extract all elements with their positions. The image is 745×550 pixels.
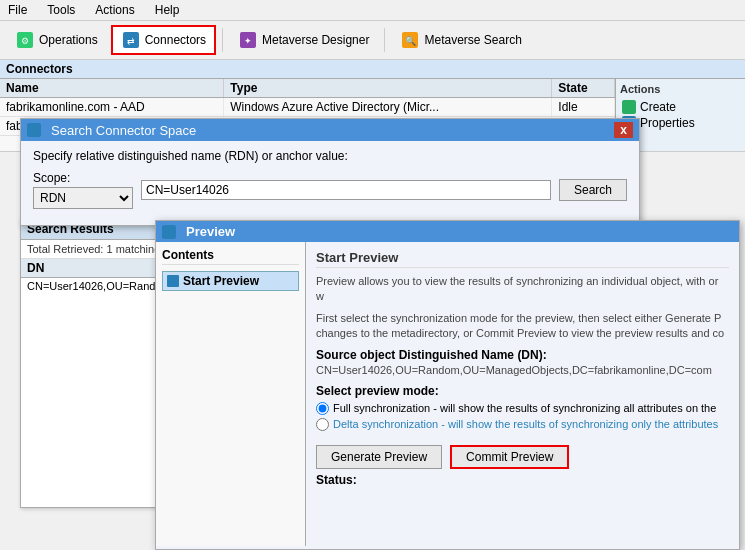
search-dialog-titlebar: Search Connector Space x (21, 119, 639, 141)
preview-contents-header: Contents (162, 248, 299, 265)
metaverse-search-label: Metaverse Search (424, 33, 521, 47)
operations-icon: ⚙ (15, 30, 35, 50)
create-button[interactable]: Create (620, 99, 741, 115)
dn-column-header: DN (21, 259, 174, 278)
svg-text:⇄: ⇄ (127, 36, 135, 46)
preview-description-1: Preview allows you to view the results o… (316, 274, 729, 305)
connectors-header: Connectors (0, 60, 745, 79)
operations-button[interactable]: ⚙ Operations (6, 26, 107, 54)
preview-dialog: Preview Contents Start Preview Start Pre… (155, 220, 740, 550)
rdn-hint-row: Specify relative distinguished name (RDN… (33, 149, 627, 163)
search-connector-dialog: Search Connector Space x Specify relativ… (20, 118, 640, 226)
preview-status-label: Status: (316, 473, 729, 487)
connectors-icon: ⇄ (121, 30, 141, 50)
preview-body: Contents Start Preview Start Preview Pre… (156, 242, 739, 546)
preview-dialog-icon (162, 225, 176, 239)
svg-text:✦: ✦ (244, 36, 252, 46)
radio-full-row: Full synchronization - will show the res… (316, 402, 729, 415)
preview-buttons-row: Generate Preview Commit Preview (316, 439, 729, 469)
search-dialog-close[interactable]: x (614, 122, 633, 138)
menu-bar: File Tools Actions Help (0, 0, 745, 21)
preview-dn-value: CN=User14026,OU=Random,OU=ManagedObjects… (316, 364, 729, 376)
preview-main-panel: Start Preview Preview allows you to view… (306, 242, 739, 546)
table-row[interactable]: fabrikamonline.com - AAD Windows Azure A… (0, 98, 615, 117)
create-label: Create (640, 100, 676, 114)
preview-title: Preview (186, 224, 235, 239)
metaverse-designer-button[interactable]: ✦ Metaverse Designer (229, 26, 378, 54)
connectors-label: Connectors (145, 33, 206, 47)
menu-tools[interactable]: Tools (43, 2, 79, 18)
rdn-hint-label: Specify relative distinguished name (RDN… (33, 149, 348, 163)
start-preview-icon (167, 275, 179, 287)
conn-name-1: fabrikamonline.com - AAD (0, 98, 224, 117)
scope-label: Scope: (33, 171, 133, 185)
svg-text:🔍: 🔍 (405, 35, 417, 47)
operations-label: Operations (39, 33, 98, 47)
properties-label: Properties (640, 116, 695, 130)
toolbar: ⚙ Operations ⇄ Connectors ✦ Metaverse De… (0, 21, 745, 60)
preview-description-2: First select the synchronization mode fo… (316, 311, 729, 342)
rdn-input[interactable] (141, 180, 551, 200)
metaverse-search-button[interactable]: 🔍 Metaverse Search (391, 26, 530, 54)
actions-header: Actions (620, 83, 741, 95)
search-button[interactable]: Search (559, 179, 627, 201)
radio-delta-row: Delta synchronization - will show the re… (316, 418, 729, 431)
preview-contents-panel: Contents Start Preview (156, 242, 306, 546)
toolbar-separator (222, 28, 223, 52)
toolbar-separator-2 (384, 28, 385, 52)
search-dialog-title: Search Connector Space (51, 123, 196, 138)
menu-actions[interactable]: Actions (91, 2, 138, 18)
conn-state-1: Idle (552, 98, 615, 117)
radio-full-sync[interactable] (316, 402, 329, 415)
metaverse-search-icon: 🔍 (400, 30, 420, 50)
commit-preview-button[interactable]: Commit Preview (450, 445, 569, 469)
radio-delta-label: Delta synchronization - will show the re… (333, 418, 718, 430)
metaverse-designer-icon: ✦ (238, 30, 258, 50)
search-results-total: Total Retrieved: 1 matching (21, 240, 174, 259)
start-preview-item[interactable]: Start Preview (162, 271, 299, 291)
search-results-panel: Search Results Total Retrieved: 1 matchi… (20, 218, 175, 508)
connectors-button[interactable]: ⇄ Connectors (111, 25, 216, 55)
scope-select[interactable]: RDN (33, 187, 133, 209)
create-icon (622, 100, 636, 114)
metaverse-designer-label: Metaverse Designer (262, 33, 369, 47)
search-result-row[interactable]: CN=User14026,OU=Rand... (21, 278, 174, 294)
col-state: State (552, 79, 615, 98)
generate-preview-button[interactable]: Generate Preview (316, 445, 442, 469)
conn-type-1: Windows Azure Active Directory (Micr... (224, 98, 552, 117)
preview-titlebar: Preview (156, 221, 739, 242)
preview-section-title: Start Preview (316, 250, 729, 268)
radio-full-label: Full synchronization - will show the res… (333, 402, 716, 414)
menu-help[interactable]: Help (151, 2, 184, 18)
menu-file[interactable]: File (4, 2, 31, 18)
dialog-icon (27, 123, 41, 137)
scope-row: Scope: RDN Search (33, 171, 627, 209)
preview-mode-label: Select preview mode: (316, 384, 729, 398)
svg-text:⚙: ⚙ (21, 36, 29, 46)
start-preview-label: Start Preview (183, 274, 259, 288)
preview-dn-label: Source object Distinguished Name (DN): (316, 348, 729, 362)
col-name: Name (0, 79, 224, 98)
search-dialog-body: Specify relative distinguished name (RDN… (21, 141, 639, 225)
col-type: Type (224, 79, 552, 98)
radio-delta-sync[interactable] (316, 418, 329, 431)
